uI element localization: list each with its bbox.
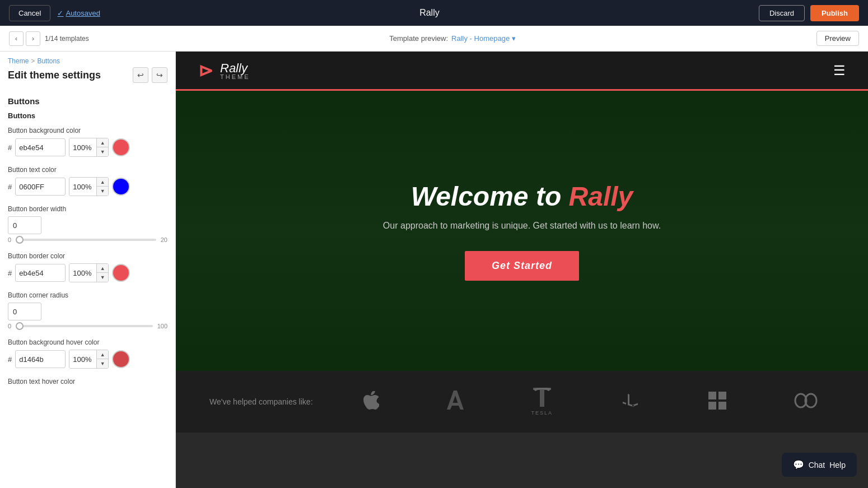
button-text-color-field: Button text color # ▲ ▼: [8, 166, 167, 196]
button-text-opacity-input[interactable]: [69, 178, 96, 196]
svg-rect-3: [718, 392, 726, 399]
button-hover-bg-color-input[interactable]: [15, 350, 66, 368]
hamburger-icon[interactable]: ☰: [833, 63, 846, 78]
button-corner-radius-input[interactable]: [8, 303, 41, 320]
button-border-color-swatch[interactable]: [112, 264, 130, 282]
preview-logos-bar: We've helped companies like:: [176, 371, 868, 433]
check-icon: ✓: [57, 9, 63, 17]
button-text-color-label: Button text color: [8, 166, 167, 174]
button-text-color-input[interactable]: [15, 178, 66, 196]
slider-row-border-width: 0 20: [8, 236, 167, 243]
top-bar: Cancel ✓ Autosaved Rally Discard Publish: [0, 0, 868, 26]
template-preview-label: Template preview:: [389, 34, 448, 43]
logo-items: TESLA: [347, 388, 834, 416]
button-border-width-field: Button border width 0 20: [8, 205, 167, 243]
sidebar-header: Edit theme settings ↩ ↪: [0, 66, 175, 89]
chat-label: Chat: [809, 461, 825, 470]
button-corner-radius-label: Button corner radius: [8, 291, 167, 299]
opacity-down-button-3[interactable]: ▼: [97, 273, 108, 282]
opacity-arrows-4: ▲ ▼: [96, 350, 108, 368]
preview-nav: ⊳ Rally THEME ☰: [176, 52, 868, 91]
help-label: Help: [829, 461, 846, 470]
logo-apple: [363, 391, 379, 412]
chat-icon: 💬: [793, 459, 804, 470]
opacity-arrows-3: ▲ ▼: [96, 264, 108, 282]
button-corner-radius-field: Button corner radius 0 100: [8, 291, 167, 329]
button-bg-color-swatch[interactable]: [112, 138, 130, 156]
hero-subtitle: Our approach to marketing is unique. Get…: [383, 221, 661, 231]
opacity-up-button-4[interactable]: ▲: [97, 350, 108, 359]
hash-prefix-4: #: [8, 355, 12, 364]
preview-button[interactable]: Preview: [816, 31, 859, 46]
nav-arrows: ‹ ›: [9, 31, 40, 46]
top-bar-left: Cancel ✓ Autosaved: [9, 5, 100, 21]
template-preview-area: Template preview: Rally - Homepage ▾: [389, 34, 516, 43]
button-border-color-row: # ▲ ▼: [8, 263, 167, 282]
svg-rect-4: [708, 402, 716, 410]
preview-logo: ⊳ Rally THEME: [198, 60, 250, 81]
slider-max: 20: [161, 236, 167, 243]
logo-text-wrap: Rally THEME: [220, 61, 250, 80]
opacity-up-button[interactable]: ▲: [97, 138, 108, 147]
button-corner-radius-slider[interactable]: [16, 325, 153, 327]
button-bg-color-row: # ▲ ▼: [8, 138, 167, 157]
publish-button[interactable]: Publish: [810, 5, 859, 21]
preview-hero: Welcome to Rally Our approach to marketi…: [176, 91, 868, 371]
dropdown-icon: ▾: [512, 34, 516, 43]
prev-template-button[interactable]: ‹: [9, 31, 24, 46]
opacity-arrows-2: ▲ ▼: [96, 178, 108, 196]
button-border-width-slider[interactable]: [16, 239, 156, 241]
opacity-down-button-2[interactable]: ▼: [97, 187, 108, 196]
svg-rect-5: [718, 402, 726, 410]
logo-icon: ⊳: [198, 60, 213, 81]
autosaved-status[interactable]: ✓ Autosaved: [57, 9, 100, 17]
breadcrumb-buttons[interactable]: Buttons: [37, 57, 60, 65]
button-bg-color-label: Button background color: [8, 127, 167, 134]
preview-frame: ⊳ Rally THEME ☰ Welcome to Rally: [176, 52, 868, 488]
button-border-color-input[interactable]: [15, 264, 66, 282]
redo-button[interactable]: ↪: [152, 67, 167, 83]
template-link[interactable]: Rally - Homepage ▾: [451, 34, 516, 43]
sidebar-title: Edit theme settings: [8, 69, 101, 81]
opacity-arrows: ▲ ▼: [96, 138, 108, 156]
button-hover-bg-opacity-input[interactable]: [69, 350, 96, 368]
logo-playstation: [620, 391, 641, 412]
logo-tesla: TESLA: [531, 388, 553, 416]
subsection-title-buttons: Buttons: [8, 111, 167, 120]
button-border-width-input[interactable]: [8, 216, 41, 234]
chat-help-button[interactable]: 💬 Chat Help: [782, 453, 857, 477]
button-hover-text-color-field: Button text hover color: [8, 378, 167, 385]
opacity-down-button-4[interactable]: ▼: [97, 359, 108, 368]
cancel-button[interactable]: Cancel: [9, 5, 50, 21]
svg-rect-0: [533, 388, 551, 390]
discard-button[interactable]: Discard: [759, 5, 805, 21]
button-text-color-swatch[interactable]: [112, 178, 130, 196]
button-hover-bg-color-swatch[interactable]: [112, 350, 130, 368]
opacity-down-button[interactable]: ▼: [97, 147, 108, 156]
template-count: 1/14 templates: [45, 35, 89, 43]
sidebar: Theme > Buttons Edit theme settings ↩ ↪ …: [0, 52, 176, 488]
next-template-button[interactable]: ›: [26, 31, 40, 46]
breadcrumb-separator: >: [31, 57, 35, 65]
button-border-opacity-input[interactable]: [69, 264, 96, 282]
opacity-up-button-3[interactable]: ▲: [97, 264, 108, 273]
slider-min-2: 0: [8, 323, 11, 329]
logo-adobe: [447, 391, 464, 413]
breadcrumb: Theme > Buttons: [0, 52, 175, 66]
hash-prefix-3: #: [8, 269, 12, 277]
opacity-wrap-4: ▲ ▼: [69, 350, 109, 369]
undo-button[interactable]: ↩: [133, 67, 148, 83]
opacity-up-button-2[interactable]: ▲: [97, 178, 108, 187]
hash-prefix: #: [8, 143, 12, 152]
button-bg-color-input[interactable]: [15, 138, 66, 156]
top-bar-right: Discard Publish: [759, 5, 859, 21]
button-text-color-row: # ▲ ▼: [8, 177, 167, 196]
slider-max-2: 100: [157, 323, 167, 329]
hash-prefix-2: #: [8, 183, 12, 191]
hero-cta-button[interactable]: Get Started: [465, 251, 579, 281]
button-hover-bg-color-label: Button background hover color: [8, 338, 167, 346]
main-layout: Theme > Buttons Edit theme settings ↩ ↪ …: [0, 52, 868, 488]
breadcrumb-theme[interactable]: Theme: [8, 57, 29, 65]
button-bg-opacity-input[interactable]: [69, 138, 96, 156]
button-hover-text-color-label: Button text hover color: [8, 378, 167, 385]
